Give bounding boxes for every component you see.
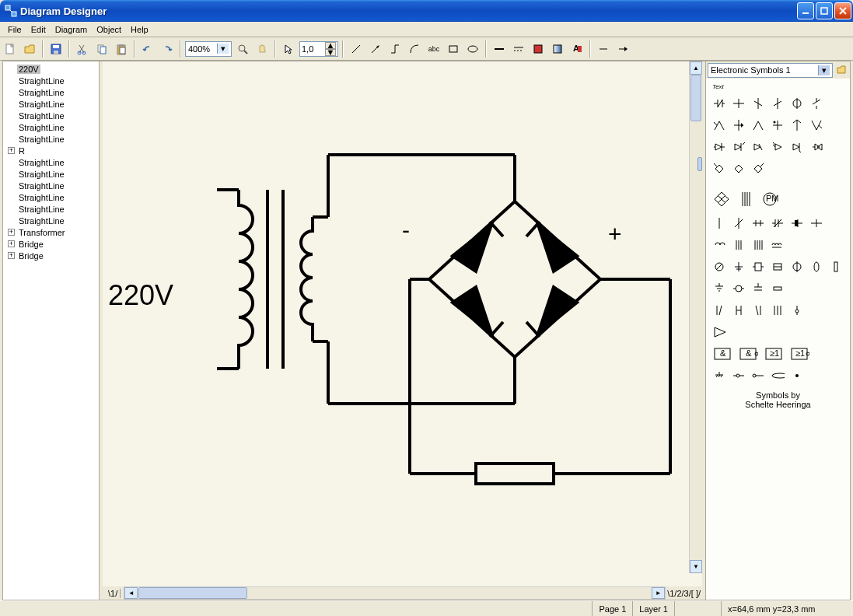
palette-text-label[interactable]: Text (708, 83, 848, 90)
paste-button[interactable] (113, 40, 130, 58)
symbol-icon[interactable] (771, 282, 785, 296)
symbol-icon[interactable] (829, 260, 843, 274)
tree-node[interactable]: StraightLine (5, 133, 97, 145)
vertical-scrollbar[interactable]: ▲ ▼ (689, 61, 702, 573)
arrowend-button[interactable] (614, 40, 631, 58)
tree-node[interactable]: StraightLine (5, 180, 97, 191)
tree-node[interactable]: 220V (5, 63, 97, 75)
menu-object[interactable]: Object (92, 23, 126, 36)
linecolor-button[interactable] (491, 40, 508, 58)
object-tree[interactable]: 220V StraightLine StraightLine StraightL… (3, 61, 100, 600)
minimize-button[interactable] (797, 2, 814, 19)
tree-node[interactable]: +R (5, 145, 97, 156)
symbol-icon[interactable] (790, 140, 804, 154)
symbol-gate-icon[interactable]: & (738, 347, 758, 361)
open-button[interactable] (21, 40, 38, 58)
linestyle-button[interactable] (510, 40, 527, 58)
tree-node[interactable]: StraightLine (5, 168, 97, 180)
symbol-icon[interactable] (809, 216, 823, 230)
symbol-icon[interactable] (771, 238, 785, 252)
symbol-icon[interactable] (732, 303, 746, 317)
expand-icon[interactable]: + (8, 240, 15, 247)
symbol-gate-icon[interactable]: & (712, 347, 732, 361)
tree-node[interactable]: +Bridge (5, 238, 97, 250)
menu-file[interactable]: File (3, 23, 26, 36)
symbol-icon[interactable] (712, 238, 726, 252)
zoom-combo[interactable]: 400%▾ (185, 41, 232, 57)
symbol-icon[interactable] (809, 260, 823, 274)
redo-button[interactable] (159, 40, 176, 58)
new-button[interactable] (2, 40, 19, 58)
symbol-icon[interactable] (712, 162, 726, 176)
symbol-icon[interactable] (751, 282, 765, 296)
undo-button[interactable] (139, 40, 156, 58)
symbol-icon[interactable] (732, 162, 746, 176)
arrowstart-button[interactable] (595, 40, 612, 58)
arrow-tool-button[interactable] (367, 40, 384, 58)
symbol-icon[interactable] (712, 96, 726, 110)
symbol-icon[interactable] (732, 282, 746, 296)
tree-node[interactable]: StraightLine (5, 75, 97, 86)
symbol-icon[interactable] (751, 238, 765, 252)
scroll-left-icon[interactable]: ◄ (124, 587, 138, 599)
symbol-icon[interactable] (712, 260, 726, 274)
symbol-icon[interactable] (732, 96, 746, 110)
scroll-thumb[interactable] (690, 75, 701, 121)
copy-button[interactable] (93, 40, 110, 58)
symbol-grid[interactable]: Text (706, 79, 850, 600)
symbol-icon[interactable] (790, 303, 804, 317)
page-tabs[interactable]: \1/2/3/[ ]/ (666, 586, 702, 600)
symbol-gate-icon[interactable]: ≥1 (789, 347, 809, 361)
palette-settings-button[interactable] (834, 63, 848, 77)
symbol-icon[interactable] (732, 118, 746, 132)
symbol-icon[interactable] (771, 303, 785, 317)
symbol-icon[interactable] (809, 140, 823, 154)
panel-resize-handle[interactable] (697, 157, 702, 171)
connector2-tool-button[interactable] (406, 40, 423, 58)
text-tool-button[interactable]: abc (425, 40, 442, 58)
cut-button[interactable] (74, 40, 91, 58)
symbol-icon[interactable] (751, 303, 765, 317)
symbol-icon[interactable] (732, 260, 746, 274)
tree-node[interactable]: StraightLine (5, 203, 97, 215)
dropdown-icon[interactable]: ▾ (217, 44, 229, 54)
gradient-button[interactable] (549, 40, 566, 58)
symbol-motor-icon[interactable]: PM (760, 190, 779, 208)
symbol-bridge-icon[interactable] (712, 190, 731, 208)
symbol-icon[interactable] (751, 162, 765, 176)
symbol-icon[interactable] (771, 216, 785, 230)
tree-node[interactable]: StraightLine (5, 215, 97, 226)
symbol-icon[interactable] (712, 216, 726, 230)
scroll-right-icon[interactable]: ► (652, 587, 665, 599)
fillcolor-button[interactable] (530, 40, 547, 58)
symbol-icon[interactable] (790, 260, 804, 274)
ellipse-tool-button[interactable] (464, 40, 481, 58)
spin-down-icon[interactable]: ▼ (325, 49, 336, 56)
tree-node[interactable]: StraightLine (5, 110, 97, 121)
tree-node[interactable]: StraightLine (5, 191, 97, 203)
symbol-icon[interactable] (732, 140, 746, 154)
pointer-tool-button[interactable] (280, 40, 297, 58)
tree-node[interactable]: StraightLine (5, 86, 97, 98)
symbol-icon[interactable] (771, 369, 785, 383)
expand-icon[interactable]: + (8, 229, 15, 236)
layer-tabs[interactable]: \1/ (103, 586, 124, 600)
menu-help[interactable]: Help (126, 23, 153, 36)
line-tool-button[interactable] (348, 40, 365, 58)
scroll-up-icon[interactable]: ▲ (690, 61, 702, 75)
symbol-icon[interactable] (790, 118, 804, 132)
menu-edit[interactable]: Edit (26, 23, 51, 36)
symbol-transformer-icon[interactable] (736, 190, 755, 208)
symbol-icon[interactable] (771, 96, 785, 110)
save-button[interactable] (47, 40, 65, 58)
symbol-icon[interactable] (751, 140, 765, 154)
symbol-icon[interactable] (771, 260, 785, 274)
tree-node[interactable]: StraightLine (5, 121, 97, 133)
zoom-tool-button[interactable] (234, 40, 251, 58)
tree-node[interactable]: +Bridge (5, 250, 97, 261)
symbol-icon[interactable] (790, 96, 804, 110)
symbol-opamp-icon[interactable] (712, 325, 726, 339)
symbol-icon[interactable] (732, 216, 746, 230)
pan-tool-button[interactable] (253, 40, 271, 58)
symbol-icon[interactable] (809, 118, 823, 132)
